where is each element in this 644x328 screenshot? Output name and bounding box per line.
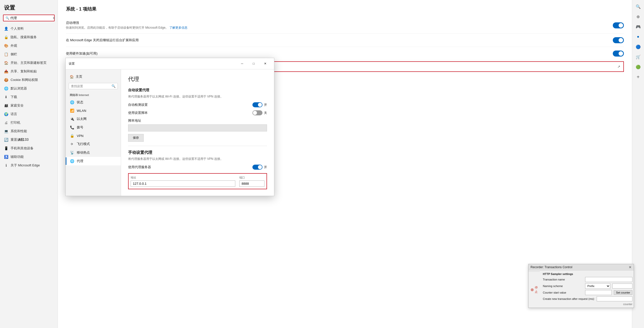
win-titlebar: 设置 ─ □ ✕	[66, 58, 274, 69]
search-input[interactable]	[10, 16, 53, 20]
script-addr-label: 脚本地址	[128, 118, 267, 123]
win-sidebar: 🏠 主页 🔍 网络和 Internet 🌐 状态 📶 WLAN 🔌 以太网	[66, 69, 121, 196]
right-icon-6[interactable]: 🟢	[634, 62, 643, 71]
toggle-hardware[interactable]	[613, 51, 624, 57]
sidebar-item-privacy[interactable]: 🔒 隐私、搜索和服务	[0, 33, 58, 41]
win-nav-hotspot[interactable]: 📡 移动热点	[66, 148, 121, 157]
create-new-input[interactable]	[597, 296, 632, 301]
manual-section-title: 手动设置代理	[128, 150, 267, 155]
sidebar-item-about[interactable]: ℹ 关于 Microsoft Edge	[0, 161, 58, 170]
sidebar-item-label: 手机和其他设备	[11, 146, 33, 151]
win-nav-status[interactable]: 🌐 状态	[66, 98, 121, 107]
close-button[interactable]: ✕	[259, 60, 271, 67]
sidebar-item-downloads[interactable]: ⬇ 下载	[0, 93, 58, 101]
transaction-name-label: Transaction name	[543, 278, 583, 281]
sidebar-item-label: 外观	[11, 43, 17, 48]
stop-button[interactable]: ⊗ 停止	[531, 286, 538, 294]
sidebar-icon: 📋	[4, 52, 8, 56]
right-icon-2[interactable]: 🎮	[634, 22, 643, 31]
recorder-counter-row: Counter start value Set counter	[543, 290, 632, 295]
naming-scheme-suffix-input[interactable]	[612, 284, 632, 289]
right-search-icon[interactable]: 🔍	[634, 2, 643, 11]
about-icon: ℹ	[4, 163, 8, 167]
win-home-button[interactable]: 🏠 主页	[66, 72, 121, 81]
auto-section-desc: 将代理服务器用于以太网或 Wi-Fi 连接。这些设置不适用于 VPN 连接。	[128, 95, 267, 99]
win-search-box[interactable]: 🔍	[69, 83, 118, 89]
sidebar-item-start[interactable]: 🏠 开始、主页和新建标签页	[0, 59, 58, 67]
recorder-body-container: ⊗ 停止 HTTP Sampler settings Transaction n…	[528, 270, 634, 308]
win-nav-proxy[interactable]: 🌐 代理	[66, 157, 121, 165]
family-icon: 👨‍👩‍👧	[4, 104, 8, 108]
win-nav-vpn[interactable]: 🔒 VPN	[66, 132, 121, 140]
port-input[interactable]	[239, 180, 264, 187]
search-box[interactable]: 🔍 ✕	[3, 15, 55, 21]
counter-start-input[interactable]	[585, 290, 612, 295]
sidebar-item-label: 系统和性能	[11, 129, 27, 133]
share-icon: 📤	[4, 69, 8, 73]
sidebar-item-label: 辅助功能	[11, 155, 24, 159]
learn-more-link[interactable]: 了解更多信息	[169, 26, 187, 29]
manual-section-desc: 将代理服务器用于以太网或 Wi-Fi 连接。这些设置不适用于 VPN 连接。	[128, 157, 267, 161]
sidebar-item-phone[interactable]: 📱 手机和其他设备	[0, 144, 58, 153]
win-nav-wlan[interactable]: 📶 WLAN	[66, 107, 121, 115]
edge-sidebar: 设置 🔍 ✕ 👤 个人资料 🔒 隐私、搜索和服务 🎨 外观 📋 侧栏 🏠 开始、…	[0, 0, 58, 328]
sidebar-item-sidebar[interactable]: 📋 侧栏	[0, 50, 58, 59]
sidebar-item-printer[interactable]: 🖨 打印机	[0, 118, 58, 127]
addr-input[interactable]	[131, 180, 235, 187]
right-icon-3[interactable]: ●	[634, 32, 643, 41]
toggle-boost[interactable]	[613, 22, 624, 28]
sidebar-item-default-browser[interactable]: 🌐 默认浏览器	[0, 84, 58, 93]
naming-scheme-select[interactable]: Prefix	[585, 283, 610, 289]
use-proxy-toggle[interactable]: 开	[252, 165, 267, 170]
win-nav-dialup[interactable]: 📞 拨号	[66, 123, 121, 132]
stop-icon: ⊗	[531, 287, 534, 292]
home-label: 主页	[76, 74, 82, 79]
system-icon: 💻	[4, 129, 8, 133]
sidebar-item-reset[interactable]: 🔄 重置设置	[0, 135, 58, 144]
auto-detect-track	[252, 102, 262, 107]
status-icon: 🌐	[70, 100, 74, 104]
right-icon-5[interactable]: 🛒	[634, 52, 643, 61]
win-nav-label: VPN	[77, 134, 84, 138]
sidebar-item-profile[interactable]: 👤 个人资料	[0, 24, 58, 33]
sidebar-item-system[interactable]: 💻 系统和性能	[0, 127, 58, 135]
right-icon-4[interactable]: 🔵	[634, 42, 643, 51]
auto-detect-toggle[interactable]: 开	[252, 102, 267, 107]
save-button[interactable]: 保存	[128, 134, 144, 142]
recorder-close-button[interactable]: ✕	[629, 265, 632, 269]
win-main: 代理 自动设置代理 将代理服务器用于以太网或 Wi-Fi 连接。这些设置不适用于…	[121, 69, 274, 196]
ethernet-icon: 🔌	[70, 117, 74, 121]
auto-detect-label: 自动检测设置	[128, 103, 148, 107]
win-nav-ethernet[interactable]: 🔌 以太网	[66, 115, 121, 123]
sidebar-item-family[interactable]: 👨‍👩‍👧 家庭安全	[0, 101, 58, 110]
win-nav-airplane[interactable]: ✈ 飞行模式	[66, 140, 121, 148]
addr-group: 地址	[131, 176, 235, 187]
sidebar-item-share[interactable]: 📤 共享、复制和粘贴	[0, 67, 58, 76]
use-script-toggle[interactable]: 关	[252, 110, 267, 115]
addr-port-row: 地址 端口	[128, 173, 267, 189]
sidebar-item-accessibility[interactable]: ♿ 辅助功能	[0, 153, 58, 161]
transaction-name-input[interactable]	[585, 277, 632, 282]
maximize-button[interactable]: □	[248, 60, 259, 67]
sidebar-item-cookies[interactable]: 🍪 Cookie 和网站权限	[0, 76, 58, 84]
set-counter-button[interactable]: Set counter	[614, 290, 632, 295]
accessibility-icon: ♿	[4, 155, 8, 159]
script-addr-input[interactable]	[128, 124, 267, 131]
appearance-icon: 🎨	[4, 44, 8, 48]
win-search-input[interactable]	[71, 84, 111, 88]
right-add-icon[interactable]: +	[634, 72, 643, 81]
right-icon-1[interactable]: ⊕	[634, 12, 643, 21]
clear-icon[interactable]: ✕	[53, 16, 55, 20]
sidebar-item-label: 语言	[11, 112, 17, 116]
minimize-button[interactable]: ─	[236, 60, 248, 67]
counter-start-label: Counter start value	[543, 291, 583, 294]
toggle-background[interactable]	[613, 37, 624, 43]
home-icon: 🏠	[70, 75, 74, 79]
win-nav-label: 飞行模式	[77, 142, 90, 146]
sidebar-item-appearance[interactable]: 🎨 外观	[0, 41, 58, 50]
setting-row-background: 在 Microsoft Edge 关闭后继续运行后台扩展和应用	[66, 34, 624, 47]
use-proxy-label: 使用代理服务器	[128, 165, 151, 169]
sidebar-item-label: 下载	[11, 95, 17, 99]
sidebar-item-language[interactable]: 🌍 语言	[0, 110, 58, 118]
at133-annotation: At 133	[18, 137, 28, 142]
